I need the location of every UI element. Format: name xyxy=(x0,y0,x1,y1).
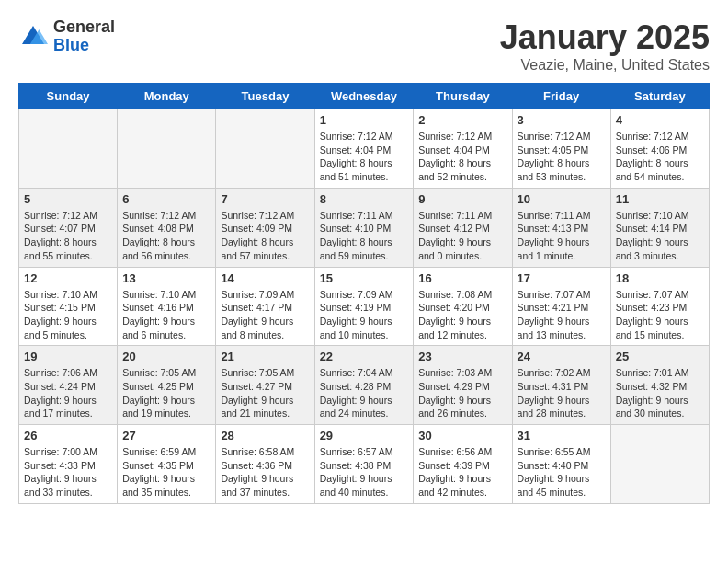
day-number: 15 xyxy=(320,271,409,285)
day-number: 7 xyxy=(221,192,309,206)
calendar-header-saturday: Saturday xyxy=(610,84,709,109)
calendar-cell: 22Sunrise: 7:04 AM Sunset: 4:28 PM Dayli… xyxy=(314,346,414,425)
day-info: Sunrise: 6:57 AM Sunset: 4:38 PM Dayligh… xyxy=(320,445,409,500)
day-info: Sunrise: 7:05 AM Sunset: 4:27 PM Dayligh… xyxy=(221,366,309,420)
calendar-cell: 5Sunrise: 7:12 AM Sunset: 4:07 PM Daylig… xyxy=(19,188,118,267)
calendar-week-3: 19Sunrise: 7:06 AM Sunset: 4:24 PM Dayli… xyxy=(19,346,710,425)
day-info: Sunrise: 7:05 AM Sunset: 4:25 PM Dayligh… xyxy=(122,366,210,420)
day-number: 8 xyxy=(320,192,409,206)
day-info: Sunrise: 7:12 AM Sunset: 4:04 PM Dayligh… xyxy=(320,130,409,184)
day-number: 14 xyxy=(221,271,309,285)
day-info: Sunrise: 7:11 AM Sunset: 4:12 PM Dayligh… xyxy=(418,209,506,263)
day-number: 4 xyxy=(616,113,704,127)
day-number: 26 xyxy=(24,429,112,442)
day-info: Sunrise: 7:06 AM Sunset: 4:24 PM Dayligh… xyxy=(24,366,112,420)
day-number: 22 xyxy=(320,350,409,363)
day-number: 20 xyxy=(122,350,210,363)
calendar-cell xyxy=(118,109,216,189)
calendar-cell: 21Sunrise: 7:05 AM Sunset: 4:27 PM Dayli… xyxy=(216,346,314,425)
day-number: 1 xyxy=(320,113,409,127)
day-number: 10 xyxy=(518,192,606,206)
day-info: Sunrise: 7:12 AM Sunset: 4:06 PM Dayligh… xyxy=(616,130,704,184)
calendar-cell: 10Sunrise: 7:11 AM Sunset: 4:13 PM Dayli… xyxy=(512,188,610,267)
day-info: Sunrise: 7:12 AM Sunset: 4:04 PM Dayligh… xyxy=(418,130,506,184)
page-header: General Blue January 2025 Veazie, Maine,… xyxy=(18,18,710,74)
calendar-cell xyxy=(610,425,709,504)
calendar-cell: 19Sunrise: 7:06 AM Sunset: 4:24 PM Dayli… xyxy=(19,346,118,425)
day-number: 30 xyxy=(418,429,506,442)
calendar-cell: 2Sunrise: 7:12 AM Sunset: 4:04 PM Daylig… xyxy=(414,109,512,189)
logo-text: General Blue xyxy=(53,18,115,55)
day-info: Sunrise: 7:08 AM Sunset: 4:20 PM Dayligh… xyxy=(418,288,506,342)
logo: General Blue xyxy=(18,18,115,55)
day-number: 9 xyxy=(418,192,506,206)
calendar-week-1: 5Sunrise: 7:12 AM Sunset: 4:07 PM Daylig… xyxy=(19,188,710,267)
day-number: 23 xyxy=(418,350,506,363)
day-number: 29 xyxy=(320,429,409,442)
title-block: January 2025 Veazie, Maine, United State… xyxy=(500,18,710,74)
calendar-cell xyxy=(19,109,118,189)
logo-general: General xyxy=(53,18,115,37)
day-number: 19 xyxy=(24,350,112,363)
calendar-header-tuesday: Tuesday xyxy=(216,84,314,109)
calendar-cell: 16Sunrise: 7:08 AM Sunset: 4:20 PM Dayli… xyxy=(414,267,512,346)
location: Veazie, Maine, United States xyxy=(500,57,710,74)
calendar-cell: 15Sunrise: 7:09 AM Sunset: 4:19 PM Dayli… xyxy=(314,267,414,346)
calendar-cell: 8Sunrise: 7:11 AM Sunset: 4:10 PM Daylig… xyxy=(314,188,414,267)
day-number: 11 xyxy=(616,192,704,206)
day-number: 13 xyxy=(122,271,210,285)
day-number: 12 xyxy=(24,271,112,285)
month-title: January 2025 xyxy=(500,18,710,57)
day-info: Sunrise: 6:59 AM Sunset: 4:35 PM Dayligh… xyxy=(122,445,210,500)
calendar-cell: 31Sunrise: 6:55 AM Sunset: 4:40 PM Dayli… xyxy=(512,425,610,504)
calendar-cell: 20Sunrise: 7:05 AM Sunset: 4:25 PM Dayli… xyxy=(118,346,216,425)
day-number: 28 xyxy=(221,429,309,442)
calendar-cell: 12Sunrise: 7:10 AM Sunset: 4:15 PM Dayli… xyxy=(19,267,118,346)
calendar-cell: 27Sunrise: 6:59 AM Sunset: 4:35 PM Dayli… xyxy=(118,425,216,504)
day-info: Sunrise: 7:04 AM Sunset: 4:28 PM Dayligh… xyxy=(320,366,409,420)
logo-blue: Blue xyxy=(53,37,115,55)
day-number: 6 xyxy=(122,192,210,206)
calendar-week-2: 12Sunrise: 7:10 AM Sunset: 4:15 PM Dayli… xyxy=(19,267,710,346)
day-number: 5 xyxy=(24,192,112,206)
logo-icon xyxy=(18,22,48,52)
calendar-cell: 30Sunrise: 6:56 AM Sunset: 4:39 PM Dayli… xyxy=(414,425,512,504)
day-info: Sunrise: 7:02 AM Sunset: 4:31 PM Dayligh… xyxy=(518,366,606,420)
calendar-week-0: 1Sunrise: 7:12 AM Sunset: 4:04 PM Daylig… xyxy=(19,109,710,189)
day-info: Sunrise: 7:12 AM Sunset: 4:09 PM Dayligh… xyxy=(221,209,309,263)
calendar-cell: 3Sunrise: 7:12 AM Sunset: 4:05 PM Daylig… xyxy=(512,109,610,189)
day-number: 18 xyxy=(616,271,704,285)
day-info: Sunrise: 6:56 AM Sunset: 4:39 PM Dayligh… xyxy=(418,445,506,500)
calendar-header-sunday: Sunday xyxy=(19,84,118,109)
calendar-cell: 23Sunrise: 7:03 AM Sunset: 4:29 PM Dayli… xyxy=(414,346,512,425)
day-info: Sunrise: 7:03 AM Sunset: 4:29 PM Dayligh… xyxy=(418,366,506,420)
day-info: Sunrise: 7:09 AM Sunset: 4:17 PM Dayligh… xyxy=(221,288,309,342)
day-number: 3 xyxy=(518,113,606,127)
day-number: 17 xyxy=(518,271,606,285)
calendar: SundayMondayTuesdayWednesdayThursdayFrid… xyxy=(18,83,710,504)
calendar-cell: 17Sunrise: 7:07 AM Sunset: 4:21 PM Dayli… xyxy=(512,267,610,346)
calendar-cell: 6Sunrise: 7:12 AM Sunset: 4:08 PM Daylig… xyxy=(118,188,216,267)
calendar-header-row: SundayMondayTuesdayWednesdayThursdayFrid… xyxy=(19,84,710,109)
calendar-cell: 13Sunrise: 7:10 AM Sunset: 4:16 PM Dayli… xyxy=(118,267,216,346)
day-info: Sunrise: 7:10 AM Sunset: 4:16 PM Dayligh… xyxy=(122,288,210,342)
day-number: 2 xyxy=(418,113,506,127)
day-info: Sunrise: 7:12 AM Sunset: 4:05 PM Dayligh… xyxy=(518,130,606,184)
calendar-cell: 4Sunrise: 7:12 AM Sunset: 4:06 PM Daylig… xyxy=(610,109,709,189)
calendar-cell: 25Sunrise: 7:01 AM Sunset: 4:32 PM Dayli… xyxy=(610,346,709,425)
day-number: 27 xyxy=(122,429,210,442)
calendar-cell: 1Sunrise: 7:12 AM Sunset: 4:04 PM Daylig… xyxy=(314,109,414,189)
day-info: Sunrise: 7:01 AM Sunset: 4:32 PM Dayligh… xyxy=(616,366,704,420)
day-info: Sunrise: 6:58 AM Sunset: 4:36 PM Dayligh… xyxy=(221,445,309,500)
day-number: 25 xyxy=(616,350,704,363)
day-info: Sunrise: 7:07 AM Sunset: 4:23 PM Dayligh… xyxy=(616,288,704,342)
calendar-cell: 9Sunrise: 7:11 AM Sunset: 4:12 PM Daylig… xyxy=(414,188,512,267)
day-number: 21 xyxy=(221,350,309,363)
calendar-cell: 7Sunrise: 7:12 AM Sunset: 4:09 PM Daylig… xyxy=(216,188,314,267)
day-info: Sunrise: 7:11 AM Sunset: 4:13 PM Dayligh… xyxy=(518,209,606,263)
day-info: Sunrise: 7:10 AM Sunset: 4:15 PM Dayligh… xyxy=(24,288,112,342)
day-info: Sunrise: 6:55 AM Sunset: 4:40 PM Dayligh… xyxy=(518,445,606,500)
day-info: Sunrise: 7:12 AM Sunset: 4:08 PM Dayligh… xyxy=(122,209,210,263)
day-info: Sunrise: 7:12 AM Sunset: 4:07 PM Dayligh… xyxy=(24,209,112,263)
calendar-cell: 28Sunrise: 6:58 AM Sunset: 4:36 PM Dayli… xyxy=(216,425,314,504)
